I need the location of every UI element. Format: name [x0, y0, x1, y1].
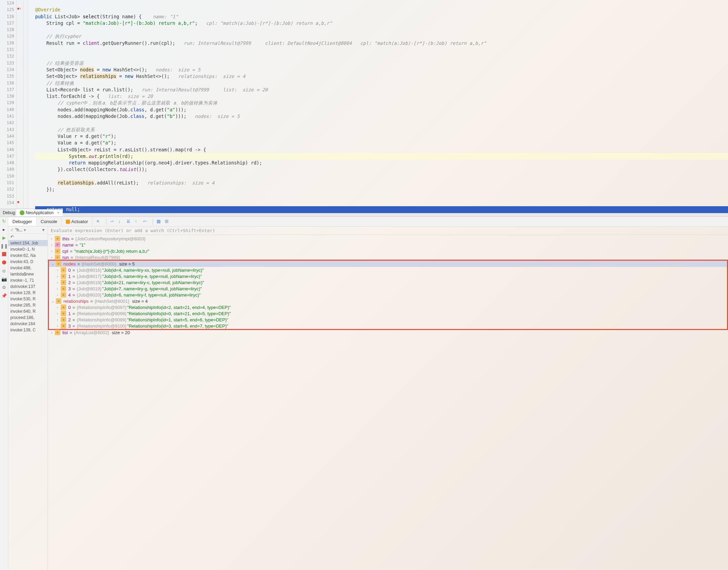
step-into-icon[interactable]: ↓: [118, 219, 124, 225]
debug-left-toolbar: ↻ ▸ ▶ ❚❚ ⊘ 📷 ⚙ 📌: [0, 217, 8, 570]
variables-panel: Evaluate expression (Enter) or add a wat…: [48, 227, 728, 570]
frame-back[interactable]: ↶: [8, 234, 48, 240]
stack-frame[interactable]: invoke:285, R: [8, 302, 48, 308]
var-nodes-item[interactable]: ›≡1={Job@8017} "Job(id=5, name=liry-e, t…: [49, 273, 727, 279]
close-icon[interactable]: ×: [57, 210, 59, 215]
expand-icon[interactable]: ›: [49, 237, 54, 241]
var-nodes-item[interactable]: ›≡3={Job@8019} "Job(id=7, name=liry-g, t…: [49, 286, 727, 292]
spring-boot-icon: [20, 210, 24, 215]
dropdown-icon[interactable]: ▼: [41, 228, 46, 232]
var-name[interactable]: ›Pname="1": [48, 242, 728, 248]
modify-run-icon[interactable]: ▸: [1, 227, 7, 232]
stack-frame[interactable]: invoke:530, R: [8, 296, 48, 302]
stack-frame[interactable]: invoke:43, D: [8, 259, 48, 265]
stack-frame[interactable]: proceed:186,: [8, 314, 48, 321]
current-execution-line: System.out.println(rd);: [35, 153, 728, 160]
run-to-cursor-icon[interactable]: ▦: [156, 219, 163, 225]
debug-session-name: NeoApplication: [26, 210, 54, 215]
code-content[interactable]: @Override public List<Job> select(String…: [28, 0, 728, 209]
show-execution-point-icon[interactable]: ≡: [97, 219, 103, 225]
expand-icon[interactable]: ›: [49, 243, 54, 247]
code-editor[interactable]: 124125126127128129130 131132133134135136…: [0, 0, 728, 209]
var-nodes[interactable]: ⌄≡nodes={HashSet@8000}size = 5: [49, 261, 727, 267]
stack-frame[interactable]: invoke0:-1, N: [8, 246, 48, 252]
inline-hint: nodes: size = 5: [195, 113, 240, 119]
var-list[interactable]: ›≡list={ArrayList@8002}size = 20: [48, 329, 728, 336]
resume-icon[interactable]: ▶: [1, 235, 7, 240]
frames-panel: ✓ "h... ▾ ▼ ↶ select:154, Job invoke0:-1…: [8, 227, 48, 570]
pin-icon[interactable]: 📌: [1, 293, 7, 298]
expand-icon[interactable]: ›: [55, 268, 60, 272]
variables-tree: ›≡this={JobCustomRepositoryImpl@8003} ›P…: [48, 235, 728, 336]
expand-icon[interactable]: ›: [49, 256, 54, 259]
filter-icon[interactable]: ▾: [24, 228, 26, 232]
stack-frame[interactable]: invoke:-1, 71: [8, 277, 48, 283]
collapse-icon[interactable]: ⌄: [50, 262, 55, 266]
stack-frame[interactable]: lambda$new: [8, 271, 48, 277]
expand-icon[interactable]: ›: [55, 281, 60, 284]
breakpoint-line: return null;: [35, 206, 728, 213]
inline-hint: cpl: "match(a:Job)-[r*]-(b:Job) return a…: [206, 20, 332, 26]
expand-icon[interactable]: ›: [55, 306, 60, 309]
view-breakpoints-icon[interactable]: [1, 260, 7, 265]
drop-frame-icon[interactable]: ⤺: [143, 219, 149, 225]
var-this[interactable]: ›≡this={JobCustomRepositoryImpl@8003}: [48, 236, 728, 242]
var-nodes-item[interactable]: ›≡0={Job@8016} "Job(id=4, name=liry-xx, …: [49, 267, 727, 273]
expand-icon[interactable]: ›: [49, 331, 54, 334]
var-rel-item[interactable]: ›≡0={RelationshipInfo@9097} "Relationshi…: [49, 304, 727, 310]
stack-frame[interactable]: invoke:128, R: [8, 290, 48, 296]
step-out-icon[interactable]: ↑: [135, 219, 141, 225]
settings-icon[interactable]: ⚙: [1, 284, 7, 290]
expand-icon[interactable]: ›: [55, 324, 60, 328]
var-rel-item[interactable]: ›≡1={RelationshipInfo@9098} "Relationshi…: [49, 310, 727, 317]
force-step-into-icon[interactable]: ⇊: [127, 219, 133, 225]
actuator-icon: [66, 220, 70, 224]
debug-session-tab[interactable]: NeoApplication ×: [16, 209, 63, 216]
stack-frame[interactable]: invoke:62, Na: [8, 252, 48, 259]
expand-icon[interactable]: ›: [55, 287, 60, 291]
mute-breakpoints-icon[interactable]: ⊘: [1, 268, 7, 273]
debug-content: Debugger Console Actuator ≡ ⤻ ↓ ⇊ ↑ ⤺ ▦ …: [8, 217, 728, 570]
debug-label: Debug:: [3, 210, 16, 215]
tab-debugger[interactable]: Debugger: [8, 218, 37, 226]
var-nodes-item[interactable]: ›≡2={Job@8018} "Job(id=21, name=liry-c, …: [49, 279, 727, 286]
expand-icon[interactable]: ›: [55, 293, 60, 297]
inline-hint: name: "1": [153, 14, 178, 19]
annotation-override: @Override: [35, 7, 60, 12]
expand-icon[interactable]: ›: [55, 318, 60, 322]
step-over-icon[interactable]: ⤻: [110, 219, 116, 225]
stack-frame[interactable]: invoke:640, R: [8, 308, 48, 314]
tab-console[interactable]: Console: [37, 218, 62, 226]
stop-icon[interactable]: [1, 251, 7, 257]
expand-icon[interactable]: ›: [55, 312, 60, 316]
get-thread-dump-icon[interactable]: 📷: [1, 276, 7, 282]
gutter-annotations: ●↑ ●: [17, 0, 23, 209]
var-cpl[interactable]: ›≡cpl="match(a:Job)-[r*]-(b:Job) return …: [48, 248, 728, 254]
check-icon: ✓: [10, 228, 14, 232]
var-nodes-item[interactable]: ›≡4={Job@8020} "Job(id=6, name=liry-f, t…: [49, 292, 727, 298]
collapse-icon[interactable]: ⌄: [50, 299, 55, 303]
breakpoint-icon[interactable]: ●: [17, 200, 19, 204]
inline-hint: run: InternalResult@7999: [142, 87, 209, 92]
stack-frame[interactable]: doInvoke:164: [8, 321, 48, 327]
evaluate-expression-input[interactable]: Evaluate expression (Enter) or add a wat…: [48, 227, 728, 235]
evaluate-icon[interactable]: ⊞: [165, 219, 171, 225]
override-gutter-icon[interactable]: ●↑: [17, 7, 21, 10]
stack-frame[interactable]: select:154, Job: [8, 240, 48, 246]
expand-icon[interactable]: ›: [49, 249, 54, 253]
var-rel-item[interactable]: ›≡2={RelationshipInfo@9099} "Relationshi…: [49, 317, 727, 323]
tab-actuator[interactable]: Actuator: [62, 218, 92, 226]
expand-icon[interactable]: ›: [55, 274, 60, 278]
var-rel-item[interactable]: ›≡3={RelationshipInfo@9100} "Relationshi…: [49, 323, 727, 329]
line-number-gutter: 124125126127128129130 131132133134135136…: [0, 0, 17, 209]
highlighted-variables-region: ⌄≡nodes={HashSet@8000}size = 5 ›≡0={Job@…: [48, 260, 728, 330]
pause-icon[interactable]: ❚❚: [1, 243, 7, 249]
stack-frame[interactable]: invoke:139, C: [8, 327, 48, 333]
inline-hint: list: size = 20: [223, 87, 268, 92]
stack-frame[interactable]: doInvoke:137: [8, 283, 48, 290]
fold-gutter: [23, 0, 28, 209]
stack-frame[interactable]: invoke:498,: [8, 265, 48, 271]
rerun-icon[interactable]: ↻: [1, 218, 7, 224]
var-relationships[interactable]: ⌄≡relationships={HashSet@8001}size = 4: [49, 298, 727, 304]
thread-name[interactable]: "h...: [15, 228, 22, 232]
